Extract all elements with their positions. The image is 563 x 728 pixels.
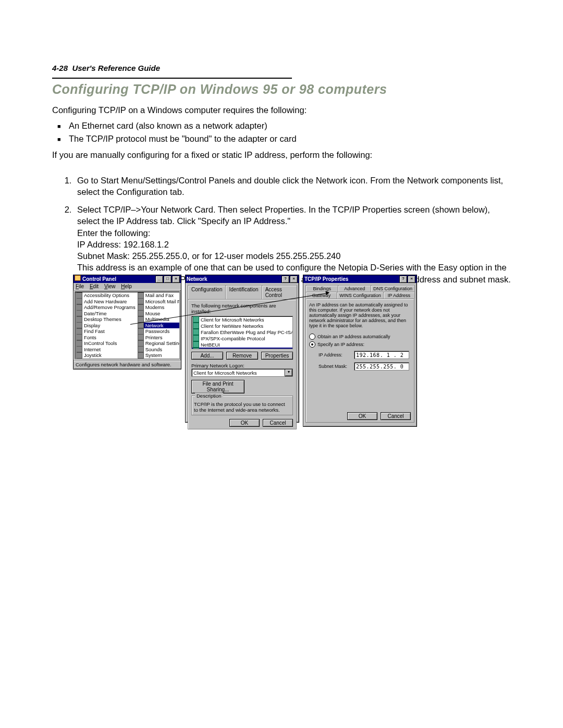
applet-label: Mouse xyxy=(145,311,161,316)
applet-icon xyxy=(138,298,144,304)
subnet-mask-input[interactable]: 255.255.255. 0 xyxy=(354,362,409,371)
control-panel-item[interactable]: Fonts xyxy=(76,335,136,341)
list-item: The TCP/IP protocol must be "bound" to t… xyxy=(69,134,511,144)
ip-address-input[interactable]: 192.168. 1 . 2 xyxy=(354,351,409,359)
cancel-button[interactable]: Cancel xyxy=(381,412,411,420)
logon-label: Primary Network Logon: xyxy=(191,363,293,368)
menu-edit[interactable]: Edit xyxy=(90,283,99,289)
control-panel-item[interactable]: Modems xyxy=(138,304,180,311)
folder-icon xyxy=(75,275,81,281)
applet-label: Add New Hardware xyxy=(84,299,127,304)
control-panel-item[interactable]: Microsoft Mail Postoffice xyxy=(138,299,180,305)
control-panel-item[interactable]: Find Fast xyxy=(76,328,136,335)
maximize-button[interactable]: □ xyxy=(164,276,172,283)
component-label: Farallon EtherWave Plug and Play PC-ISA … xyxy=(201,329,293,335)
applet-label: Joystick xyxy=(84,352,102,358)
page-header: 4-28 User's Reference Guide xyxy=(52,64,511,72)
control-panel-item[interactable]: InControl Tools xyxy=(76,340,136,347)
cancel-button[interactable]: Cancel xyxy=(263,419,293,427)
minimize-button[interactable]: _ xyxy=(155,276,163,283)
radio-label: Obtain an IP address automatically xyxy=(317,334,390,339)
component-item[interactable]: IPX/SPX-compatible Protocol xyxy=(192,335,292,341)
control-panel-list: Accessibility OptionsAdd New HardwareAdd… xyxy=(75,291,180,359)
control-panel-item[interactable]: Printers xyxy=(138,335,180,341)
add-button[interactable]: Add... xyxy=(191,352,223,360)
control-panel-item[interactable]: Date/Time xyxy=(76,311,136,317)
menu-view[interactable]: View xyxy=(104,283,116,289)
logon-combo[interactable]: Client for Microsoft Networks ▾ xyxy=(191,368,293,377)
tab-wins[interactable]: WINS Configuration xyxy=(337,292,384,299)
radio-specify-ip[interactable]: Specify an IP address: xyxy=(309,341,411,348)
control-panel-item[interactable]: Mail and Fax xyxy=(138,292,180,299)
help-button[interactable]: ? xyxy=(282,276,289,283)
remove-button[interactable]: Remove xyxy=(226,352,258,360)
control-panel-item[interactable]: Regional Settings xyxy=(138,340,180,347)
ok-button[interactable]: OK xyxy=(347,412,377,420)
control-panel-item[interactable]: Add/Remove Programs xyxy=(76,304,136,311)
applet-label: Add/Remove Programs xyxy=(84,304,136,310)
applet-icon xyxy=(76,346,82,352)
control-panel-item[interactable]: Passwords xyxy=(138,328,180,335)
tab-access-control[interactable]: Access Control xyxy=(262,285,297,299)
applet-label: Mail and Fax xyxy=(145,292,174,298)
titlebar: Control Panel _ □ × xyxy=(74,275,181,283)
component-item[interactable]: NetBEUI xyxy=(192,341,292,348)
tab-configuration[interactable]: Configuration xyxy=(188,285,226,299)
tab-advanced[interactable]: Advanced xyxy=(338,285,371,292)
component-item[interactable]: Client for Microsoft Networks xyxy=(192,316,292,323)
close-button[interactable]: × xyxy=(408,276,415,283)
file-print-sharing-button[interactable]: File and Print Sharing... xyxy=(191,380,244,393)
component-item[interactable]: Client for NetWare Networks xyxy=(192,323,292,329)
control-panel-item[interactable]: Network xyxy=(138,323,180,329)
radio-obtain-auto[interactable]: Obtain an IP address automatically xyxy=(309,334,411,340)
step-item: Select TCP/IP–>Your Network Card. Then s… xyxy=(74,204,511,285)
control-panel-item[interactable]: Add New Hardware xyxy=(76,299,136,305)
applet-icon xyxy=(138,334,144,340)
applet-label: Fonts xyxy=(84,335,96,340)
window-title: Network xyxy=(187,275,207,283)
help-button[interactable]: ? xyxy=(399,276,407,283)
component-icon xyxy=(193,348,199,349)
close-button[interactable]: × xyxy=(290,276,298,283)
control-panel-item[interactable]: Desktop Themes xyxy=(76,316,136,323)
menu-help[interactable]: Help xyxy=(121,283,132,289)
tab-identification[interactable]: Identification xyxy=(225,285,262,299)
properties-button[interactable]: Properties xyxy=(261,352,293,360)
tab-dns[interactable]: DNS Configuration xyxy=(371,285,415,292)
applet-icon xyxy=(138,340,144,347)
radio-label: Specify an IP address: xyxy=(317,342,364,347)
close-button[interactable]: × xyxy=(172,276,180,283)
window-title: Control Panel xyxy=(82,276,116,282)
control-panel-item[interactable]: Keyboard xyxy=(76,359,136,360)
applet-label: Desktop Themes xyxy=(84,316,121,322)
chevron-down-icon[interactable]: ▾ xyxy=(285,369,292,376)
control-panel-item[interactable]: Mouse xyxy=(138,311,180,317)
window-title: TCP/IP Properties xyxy=(304,275,348,283)
applet-icon xyxy=(138,328,144,335)
applet-label: Modems xyxy=(145,304,164,310)
applet-label: Network xyxy=(145,323,164,328)
applet-label: Microsoft Mail Postoffice xyxy=(145,299,180,304)
menu-file[interactable]: File xyxy=(76,283,84,289)
component-item[interactable]: TCP/IP xyxy=(192,348,292,349)
applet-icon xyxy=(76,310,82,316)
titlebar: TCP/IP Properties ? × xyxy=(303,275,417,283)
logon-value: Client for Microsoft Networks xyxy=(193,370,256,376)
applet-icon xyxy=(76,304,82,311)
applet-label: Keyboard xyxy=(84,359,105,359)
tab-ip-address[interactable]: IP Address xyxy=(383,292,415,299)
control-panel-item[interactable]: Internet xyxy=(76,347,136,353)
ip-address-label: IP Address: xyxy=(319,352,350,357)
component-item[interactable]: Farallon EtherWave Plug and Play PC-ISA … xyxy=(192,329,292,335)
control-panel-item[interactable]: Display xyxy=(76,323,136,329)
control-panel-item[interactable]: Accessibility Options xyxy=(76,292,136,299)
control-panel-item[interactable]: Sounds xyxy=(138,347,180,353)
ok-button[interactable]: OK xyxy=(229,419,260,427)
section-title: Configuring TCP/IP on Windows 95 or 98 c… xyxy=(52,82,511,97)
component-label: Client for NetWare Networks xyxy=(201,323,263,329)
control-panel-item[interactable]: System xyxy=(138,352,180,359)
components-listbox[interactable]: Client for Microsoft NetworksClient for … xyxy=(191,316,293,349)
tab-bindings[interactable]: Bindings xyxy=(305,285,338,292)
control-panel-item[interactable]: Joystick xyxy=(76,352,136,359)
component-icon xyxy=(193,329,199,335)
